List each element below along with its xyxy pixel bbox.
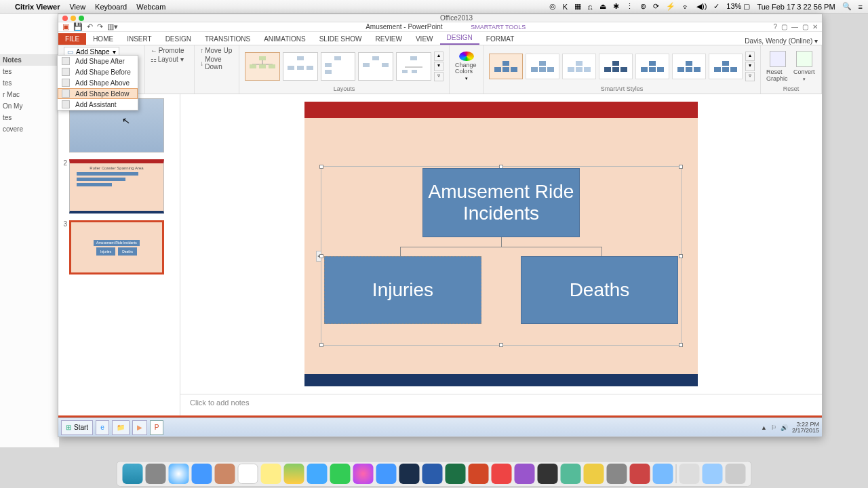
dock-appstore-icon[interactable] <box>376 464 397 484</box>
battery-status[interactable]: 13% ▢ <box>726 2 750 11</box>
ribbon-options-icon[interactable]: ▢ <box>781 23 787 30</box>
dock-contacts-icon[interactable] <box>215 464 235 484</box>
tray-icon[interactable]: 🔊 <box>781 424 788 431</box>
notification-center-icon[interactable]: ≡ <box>859 3 863 11</box>
dock-app-icon[interactable] <box>492 464 512 484</box>
move-up-button[interactable]: ↑Move Up <box>200 47 232 54</box>
gallery-down-icon[interactable]: ▾ <box>745 62 755 71</box>
tab-review[interactable]: REVIEW <box>368 33 408 45</box>
menu-add-shape-before[interactable]: Add Shape Before <box>58 66 138 77</box>
style-option[interactable] <box>635 54 669 79</box>
citrix-titlebar[interactable]: Office2013 <box>58 14 822 22</box>
spotlight-icon[interactable]: 🔍 <box>842 2 852 11</box>
resize-handle[interactable] <box>679 254 683 258</box>
promote-button[interactable]: ←Promote <box>151 47 184 54</box>
tab-view[interactable]: VIEW <box>409 33 440 45</box>
layout-option[interactable] <box>396 52 431 81</box>
gallery-down-icon[interactable]: ▾ <box>434 62 443 71</box>
status-icon[interactable]: ⚡ <box>666 2 675 11</box>
slide-thumb-2[interactable]: Roller Coaster Spanning Area <box>69 159 164 214</box>
gallery-up-icon[interactable]: ▴ <box>434 52 443 61</box>
status-icon[interactable]: ⋮ <box>626 2 633 11</box>
powerpoint-icon[interactable]: ▣ <box>62 22 69 31</box>
start-slideshow-icon[interactable]: ▥▾ <box>107 22 118 31</box>
maximize-window-icon[interactable]: ▢ <box>802 23 808 30</box>
tray-icon[interactable]: ⚐ <box>771 424 776 431</box>
close-icon[interactable] <box>62 16 68 21</box>
style-option[interactable] <box>709 54 743 79</box>
dock-word-icon[interactable] <box>422 464 443 484</box>
change-colors-button[interactable]: Change Colors▾ <box>455 52 477 81</box>
dock-preferences-icon[interactable] <box>607 464 627 484</box>
undo-icon[interactable]: ↶ <box>87 22 93 31</box>
layout-button[interactable]: ⚏Layout ▾ <box>151 56 184 63</box>
resize-handle[interactable] <box>679 343 683 347</box>
tray-date[interactable]: 2/17/2015 <box>792 428 819 434</box>
close-window-icon[interactable]: ✕ <box>812 23 818 30</box>
dock-app-icon[interactable] <box>584 464 604 484</box>
dock-app-icon[interactable] <box>653 464 673 484</box>
gallery-more-icon[interactable]: ▿ <box>434 72 443 81</box>
dock-facetime-icon[interactable] <box>330 464 351 484</box>
tab-file[interactable]: FILE <box>58 33 86 45</box>
layout-option[interactable] <box>358 52 393 81</box>
menu-add-shape-above[interactable]: Add Shape Above <box>58 77 138 88</box>
dock-app-icon[interactable] <box>630 464 650 484</box>
layout-option[interactable] <box>321 52 356 81</box>
resize-handle[interactable] <box>319 165 323 169</box>
tab-smartart-design[interactable]: DESIGN <box>440 32 479 45</box>
convert-button[interactable]: Convert▾ <box>793 51 816 82</box>
smartart-container[interactable]: ◂ Amusement Ride Incidents <box>321 166 682 346</box>
taskbar-explorer[interactable]: 📁 <box>112 420 130 435</box>
style-option[interactable] <box>489 54 523 79</box>
reset-graphic-button[interactable]: Reset Graphic <box>766 51 790 82</box>
layout-option[interactable] <box>283 52 318 81</box>
dock-app-icon[interactable] <box>515 464 535 484</box>
dock-finder-icon[interactable] <box>123 464 143 484</box>
mac-dock[interactable] <box>117 461 752 487</box>
volume-icon[interactable]: ◀)) <box>696 2 707 11</box>
move-down-button[interactable]: ↓Move Down <box>200 56 233 70</box>
dock-itunes-icon[interactable] <box>353 464 374 484</box>
style-option[interactable] <box>562 54 596 79</box>
status-icon[interactable]: ⏏ <box>599 2 606 11</box>
dock-safari-icon[interactable] <box>169 464 189 484</box>
slide[interactable]: ◂ Amusement Ride Incidents <box>304 102 698 386</box>
taskbar-powerpoint[interactable]: P <box>150 420 164 435</box>
menu-add-shape-below[interactable]: Add Shape Below <box>58 88 138 99</box>
status-icon[interactable]: ⟳ <box>653 2 659 11</box>
dock-launchpad-icon[interactable] <box>146 464 166 484</box>
smartart-node-root[interactable]: Amusement Ride Incidents <box>422 168 580 237</box>
user-account[interactable]: Davis, Wendy (Online) ▾ <box>745 37 822 45</box>
dock-maps-icon[interactable] <box>284 464 304 484</box>
tab-home[interactable]: HOME <box>86 33 120 45</box>
style-option[interactable] <box>526 54 559 79</box>
dock-app-icon[interactable] <box>538 464 558 484</box>
dock-messages-icon[interactable] <box>307 464 328 484</box>
menu-view[interactable]: View <box>69 3 85 11</box>
resize-handle[interactable] <box>319 343 323 347</box>
layout-option[interactable] <box>245 52 280 81</box>
zoom-icon[interactable] <box>79 16 84 21</box>
minimize-window-icon[interactable]: — <box>791 23 798 30</box>
tab-design[interactable]: DESIGN <box>159 33 198 45</box>
status-icon[interactable]: ✱ <box>613 2 619 11</box>
gallery-up-icon[interactable]: ▴ <box>745 52 755 61</box>
menu-webcam[interactable]: Webcam <box>136 3 165 11</box>
slide-canvas[interactable]: ◂ Amusement Ride Incidents <box>180 94 822 394</box>
tab-insert[interactable]: INSERT <box>120 33 159 45</box>
style-option[interactable] <box>672 54 706 79</box>
dock-calendar-icon[interactable] <box>238 464 258 484</box>
dock-photoshop-icon[interactable] <box>399 464 420 484</box>
dock-trash-icon[interactable] <box>726 464 746 484</box>
smartart-node-child[interactable]: Deaths <box>521 256 678 324</box>
dock-downloads-icon[interactable] <box>679 464 700 484</box>
resize-handle[interactable] <box>679 165 683 169</box>
menu-add-shape-after[interactable]: Add Shape After <box>58 56 138 66</box>
tab-smartart-format[interactable]: FORMAT <box>479 33 521 45</box>
dock-app-icon[interactable] <box>561 464 581 484</box>
slide-thumbnail-panel[interactable]: 2 Roller Coaster Spanning Area 3 Amuseme… <box>58 94 180 415</box>
tray-icon[interactable]: ▲ <box>761 424 767 431</box>
status-icon[interactable]: ▦ <box>574 2 581 11</box>
save-icon[interactable]: 💾 <box>73 22 83 31</box>
